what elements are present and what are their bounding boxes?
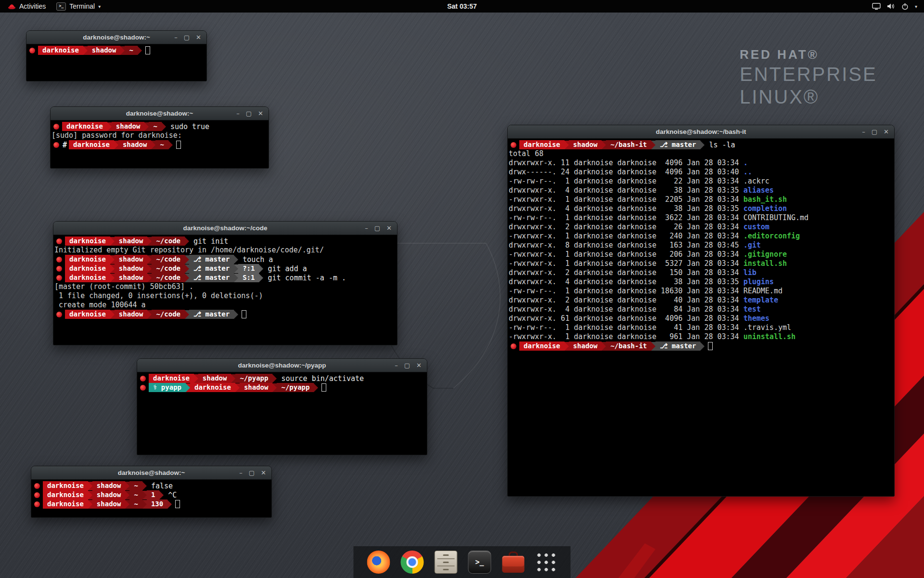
maximize-button[interactable]: ▢ [246,110,252,117]
maximize-button[interactable]: ▢ [404,362,410,368]
powerline-arrow [144,122,149,131]
minimize-button[interactable]: – [365,225,368,231]
ls-row-meta: drwxrwxr-x. 2 darknoise darknoise 26 Jan… [509,223,744,231]
terminal-content[interactable]: darknoiseshadow~/codegit initInitialized… [53,235,397,345]
powerline-arrow [602,342,606,351]
maximize-button[interactable]: ▢ [374,225,380,231]
prompt-segment-host: shadow [569,140,602,149]
minimize-button[interactable]: – [862,129,865,135]
prompt-segment-user: darknoise [43,499,88,509]
close-button[interactable]: ✕ [386,225,392,231]
terminal-content[interactable]: darknoiseshadow~sudo true[sudo] password… [51,120,269,168]
maximize-button[interactable]: ▢ [872,129,877,135]
prompt-segment-user: darknoise [65,264,110,273]
minimize-button[interactable]: – [174,34,178,40]
prompt-segment-venv: ⚕ pyapp [149,383,186,392]
close-button[interactable]: ✕ [884,129,889,135]
close-button[interactable]: ✕ [258,110,263,117]
minimize-button[interactable]: – [395,362,398,368]
command-text: source bin/activate [281,374,364,383]
prompt-segment-host: shadow [92,490,126,499]
file-name: .ackrc [744,177,770,185]
powerline-arrow [125,482,129,490]
files-icon[interactable] [435,551,458,574]
ls-row: drwxrwxr-x. 2 darknoise darknoise 150 Ja… [509,268,893,277]
ls-row: drwx------. 24 darknoise darknoise 4096 … [509,168,893,177]
ls-row-meta: drwx------. 24 darknoise darknoise 4096 … [509,168,744,176]
powerline-arrow [125,491,129,499]
window-titlebar[interactable]: darknoise@shadow:~/code – ▢ ✕ [53,222,397,235]
firefox-icon[interactable] [367,551,390,574]
file-name: . [744,158,748,167]
minimize-button[interactable]: – [239,470,243,476]
terminal-window-5: darknoise@shadow:~ – ▢ ✕ darknoiseshadow… [31,466,272,518]
chevron-down-icon: ▾ [915,4,917,9]
terminal-content[interactable]: darknoiseshadow~/bash-it⎇ masterls -lato… [508,139,894,496]
terminal-cursor [321,383,326,392]
ls-row: -rw-rw-r--. 1 darknoise darknoise 18630 … [509,287,893,296]
ls-row-meta: drwxrwxr-x. 4 darknoise darknoise 38 Jan… [509,186,744,195]
toolbox-icon[interactable] [502,551,525,574]
powerline-arrow [194,374,198,383]
powerline-arrow [110,274,115,282]
clock[interactable]: Sat 03:57 [0,2,924,10]
root-prompt-prefix: # [63,141,67,149]
terminal-content[interactable]: darknoiseshadow~ [26,44,206,81]
chrome-icon[interactable] [401,551,424,574]
redhat-prompt-icon [511,343,516,349]
powerline-arrow [147,264,152,273]
prompt-segment-user: darknoise [149,374,194,383]
file-name: lib [744,268,757,277]
prompt-segment-host: shadow [112,122,145,131]
system-menu[interactable]: ▾ [872,3,924,10]
ls-row: drwxrwxr-x. 2 darknoise darknoise 26 Jan… [509,223,893,232]
redhat-prompt-icon [29,48,35,53]
ls-row-meta: -rw-rw-r--. 1 darknoise darknoise 41 Jan… [509,323,744,332]
powerline-arrow [231,374,235,383]
window-titlebar[interactable]: darknoise@shadow:~ – ▢ ✕ [26,31,206,44]
window-titlebar[interactable]: darknoise@shadow:~ – ▢ ✕ [51,107,269,120]
powerline-arrow [147,274,152,282]
prompt-segment-path: ~/pyapp [235,374,272,383]
ls-row-meta: drwxrwxr-x. 2 darknoise darknoise 150 Ja… [509,268,744,277]
file-name: CONTRIBUTING.md [744,213,808,222]
redhat-prompt-icon [53,124,59,130]
maximize-button[interactable]: ▢ [249,470,255,476]
powerline-arrow [185,310,189,319]
ls-row-meta: -rwxrwxr-x. 1 darknoise darknoise 240 Ja… [509,232,744,240]
powerline-arrow [162,122,166,131]
app-grid-icon[interactable] [536,552,557,573]
redhat-prompt-icon [56,312,62,317]
close-button[interactable]: ✕ [196,34,201,40]
powerline-arrow [107,122,112,131]
terminal-content[interactable]: darknoiseshadow~falsedarknoiseshadow~1^C… [31,480,271,517]
terminal-cursor [175,500,180,508]
redhat-prompt-icon [34,501,40,507]
terminal-icon[interactable]: >_ [468,551,491,574]
prompt-line: darknoiseshadow~ [27,46,205,55]
close-button[interactable]: ✕ [261,470,266,476]
prompt-segment-path: ~/code [152,255,185,264]
command-text: ls -la [709,141,735,149]
terminal-cursor [145,46,150,54]
prompt-segment-git: ⎇ master [655,342,700,351]
ls-row: -rw-rw-r--. 1 darknoise darknoise 3622 J… [509,213,893,223]
ls-row-meta: drwxrwxr-x. 8 darknoise darknoise 163 Ja… [509,241,744,250]
prompt-segment-path: ~ [155,140,168,149]
minimize-button[interactable]: – [236,110,240,117]
maximize-button[interactable]: ▢ [184,34,190,40]
window-titlebar[interactable]: darknoise@shadow:~/bash-it – ▢ ✕ [508,125,894,139]
window-titlebar[interactable]: darknoise@shadow:~/pyapp – ▢ ✕ [137,359,427,372]
ls-row-meta: -rwxrwxr-x. 1 darknoise darknoise 2205 J… [509,195,744,204]
close-button[interactable]: ✕ [416,362,422,368]
prompt-segment-host: shadow [240,383,273,392]
ls-row-meta: -rw-rw-r--. 1 darknoise darknoise 18630 … [509,287,744,295]
prompt-segment-git: ⎇ master [189,310,234,319]
terminal-content[interactable]: darknoiseshadow~/pyappsource bin/activat… [137,372,427,455]
window-titlebar[interactable]: darknoise@shadow:~ – ▢ ✕ [31,466,271,480]
redhat-prompt-icon [34,483,40,489]
file-name: aliases [744,186,774,195]
prompt-line: darknoiseshadow~/bash-it⎇ master [509,342,893,351]
powerline-arrow [234,264,238,273]
powerline-arrow [168,141,173,149]
